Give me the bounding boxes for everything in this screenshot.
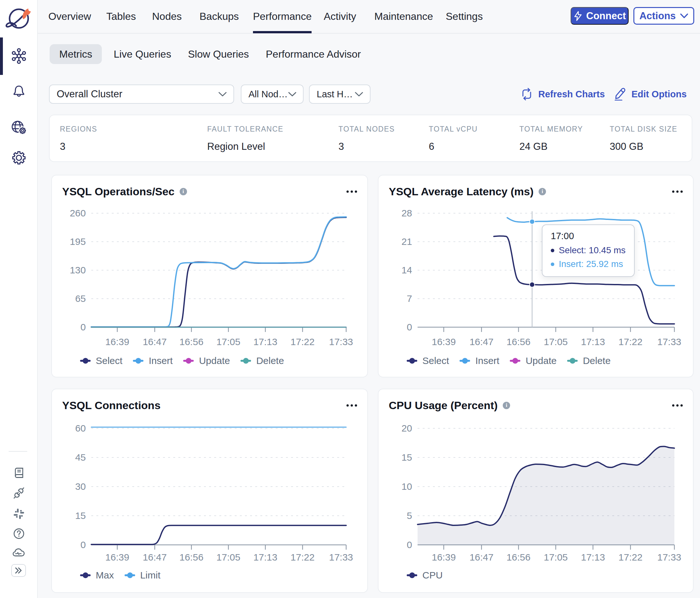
nav-tab-activity[interactable]: Activity	[324, 0, 356, 33]
gear-icon	[11, 151, 26, 165]
svg-text:17:22: 17:22	[618, 552, 642, 563]
tooltip-time: 17:00	[551, 231, 626, 241]
svg-text:17:33: 17:33	[329, 552, 353, 563]
svg-text:16:47: 16:47	[470, 552, 494, 563]
stat-label: FAULT TOLERANCE	[207, 125, 283, 133]
nav-tab-settings[interactable]: Settings	[446, 0, 483, 33]
tooltip-row: Select: 10.45 ms	[551, 245, 626, 256]
svg-text:65: 65	[75, 293, 86, 304]
svg-text:16:56: 16:56	[506, 552, 531, 563]
sidebar-item-docs[interactable]	[0, 467, 38, 479]
svg-text:17:05: 17:05	[217, 552, 241, 563]
legend-swatch	[80, 358, 91, 364]
sidebar-item-cluster[interactable]	[0, 48, 38, 64]
sidebar-item-cloud-status[interactable]	[0, 547, 38, 559]
svg-text:195: 195	[70, 236, 86, 247]
sidebar-item-alerts[interactable]	[0, 84, 38, 98]
nav-tab-overview[interactable]: Overview	[48, 0, 91, 33]
svg-text:17:33: 17:33	[657, 552, 681, 563]
svg-text:17:05: 17:05	[544, 552, 568, 563]
chart-plot-ysql-connections: 01530456016:3916:4716:5617:0517:1317:221…	[52, 389, 368, 593]
legend-item-cpu[interactable]: CPU	[407, 570, 443, 581]
svg-text:0: 0	[407, 540, 412, 550]
sidebar	[0, 0, 38, 598]
chevron-down-icon	[288, 92, 297, 97]
chart-legend: CPU	[407, 568, 443, 582]
globe-settings-icon	[11, 120, 27, 135]
svg-text:7: 7	[407, 293, 412, 304]
svg-text:17:13: 17:13	[581, 552, 605, 563]
connect-label: Connect	[586, 10, 626, 22]
app-root: OverviewTablesNodesBackupsPerformanceAct…	[0, 0, 700, 598]
edit-options-link[interactable]: Edit Options	[614, 84, 686, 104]
chart-card-ysql-latency: YSQL Average Latency (ms)i0714212816:391…	[378, 175, 694, 378]
sidebar-item-slack[interactable]	[0, 508, 38, 520]
sidebar-divider	[9, 451, 27, 452]
svg-text:16:39: 16:39	[432, 336, 456, 347]
sidebar-item-settings[interactable]	[0, 151, 38, 165]
sidebar-expand-button[interactable]	[11, 564, 26, 577]
stat-value: 24 GB	[519, 141, 548, 152]
legend-item-insert[interactable]: Insert	[459, 355, 499, 366]
subtab-metrics[interactable]: Metrics	[50, 44, 102, 64]
legend-swatch	[125, 572, 135, 578]
legend-swatch	[133, 358, 144, 364]
stat-label: TOTAL NODES	[339, 125, 395, 133]
legend-item-update[interactable]: Update	[510, 355, 556, 366]
refresh-charts-label: Refresh Charts	[538, 89, 605, 100]
bell-icon	[12, 84, 26, 98]
legend-item-delete[interactable]: Delete	[567, 355, 611, 366]
chart-legend: SelectInsertUpdateDelete	[80, 354, 284, 368]
time-range-select[interactable]: Last H…	[309, 84, 371, 104]
nav-tab-performance[interactable]: Performance	[253, 0, 311, 33]
legend-swatch	[510, 358, 520, 364]
nav-tab-maintenance[interactable]: Maintenance	[374, 0, 433, 33]
cluster-icon	[11, 48, 27, 64]
legend-item-update[interactable]: Update	[183, 355, 230, 366]
chart-card-ysql-ops: YSQL Operations/Seci06513019526016:3916:…	[51, 175, 368, 378]
legend-item-delete[interactable]: Delete	[241, 355, 284, 366]
svg-text:17:05: 17:05	[217, 336, 241, 347]
legend-swatch	[241, 358, 251, 364]
legend-label: Delete	[583, 355, 611, 366]
nav-tab-nodes[interactable]: Nodes	[152, 0, 182, 33]
nav-tab-backups[interactable]: Backups	[200, 0, 239, 33]
subtab-performance-advisor[interactable]: Performance Advisor	[266, 44, 361, 64]
stat-value: 6	[429, 141, 434, 152]
svg-text:20: 20	[402, 423, 412, 434]
svg-text:17:13: 17:13	[253, 552, 277, 563]
legend-item-insert[interactable]: Insert	[133, 355, 173, 366]
edit-options-label: Edit Options	[631, 89, 686, 100]
legend-item-limit[interactable]: Limit	[125, 570, 160, 581]
svg-text:0: 0	[80, 322, 86, 332]
actions-button[interactable]: Actions	[633, 7, 694, 25]
nav-tab-tables[interactable]: Tables	[106, 0, 136, 33]
cluster-scope-value: Overall Cluster	[57, 88, 122, 100]
stat-label: TOTAL MEMORY	[519, 125, 583, 133]
svg-text:17:33: 17:33	[329, 336, 353, 347]
sidebar-item-network[interactable]	[0, 120, 38, 135]
chevrons-right-icon	[15, 567, 23, 574]
nodes-select[interactable]: All Nod…	[241, 84, 304, 104]
svg-text:16:47: 16:47	[143, 336, 167, 347]
legend-swatch	[80, 572, 91, 578]
legend-item-select[interactable]: Select	[80, 355, 122, 366]
legend-swatch	[567, 358, 578, 364]
legend-label: Insert	[475, 355, 499, 366]
legend-item-select[interactable]: Select	[407, 355, 449, 366]
yugabyte-logo[interactable]	[5, 7, 32, 31]
sidebar-item-help[interactable]	[0, 527, 38, 540]
svg-text:28: 28	[402, 208, 412, 218]
cluster-scope-select[interactable]: Overall Cluster	[49, 84, 234, 104]
subtab-slow-queries[interactable]: Slow Queries	[188, 44, 249, 64]
legend-item-max[interactable]: Max	[80, 570, 114, 581]
svg-text:10: 10	[402, 481, 412, 492]
legend-label: Update	[525, 355, 556, 366]
refresh-charts-link[interactable]: Refresh Charts	[520, 84, 605, 104]
slack-icon	[13, 508, 25, 520]
sidebar-item-integrations[interactable]	[0, 487, 38, 499]
legend-label: Max	[96, 570, 114, 581]
cloud-status-icon	[12, 547, 26, 559]
subtab-live-queries[interactable]: Live Queries	[114, 44, 171, 64]
connect-button[interactable]: Connect	[571, 7, 629, 25]
